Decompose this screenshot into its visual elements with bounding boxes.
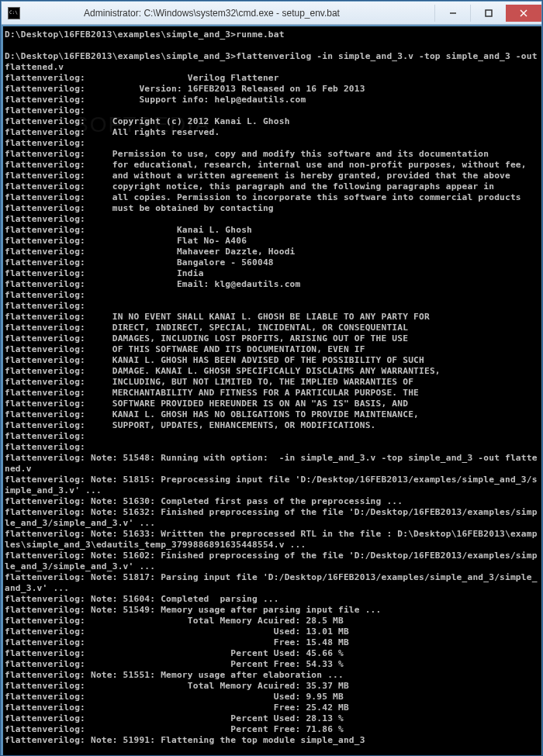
window-title: Administrator: C:\Windows\system32\cmd.e… (20, 8, 434, 19)
cmd-icon (8, 7, 20, 19)
minimize-icon (449, 9, 457, 17)
titlebar[interactable]: Administrator: C:\Windows\system32\cmd.e… (2, 2, 541, 25)
close-icon (520, 9, 527, 17)
console-output[interactable]: D:\Desktop\16FEB2013\examples\simple_and… (3, 26, 541, 755)
maximize-button[interactable] (470, 5, 506, 22)
maximize-icon (485, 9, 493, 17)
svg-rect-1 (486, 10, 492, 16)
window-controls (434, 5, 541, 22)
window-frame: Administrator: C:\Windows\system32\cmd.e… (0, 0, 543, 756)
minimize-button[interactable] (434, 5, 470, 22)
close-button[interactable] (506, 5, 541, 22)
